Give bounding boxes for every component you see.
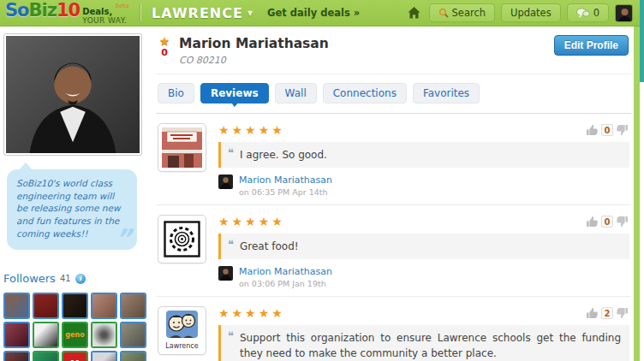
quote-icon: ❝	[228, 239, 234, 254]
thumbnail-label: Lawrence	[162, 342, 202, 350]
thumbs-up-icon[interactable]	[586, 307, 599, 319]
home-icon[interactable]	[407, 6, 421, 20]
city-name: LAWRENCE	[152, 5, 243, 21]
review-text: I agree. So good.	[240, 147, 327, 163]
star-rating: ★★★★★	[218, 123, 629, 137]
follower-avatar[interactable]	[33, 351, 59, 361]
follower-avatar[interactable]	[3, 293, 30, 319]
star-rating: ★★★★★	[218, 215, 629, 228]
logo-biz: Biz	[29, 2, 57, 20]
follower-avatar[interactable]	[91, 293, 117, 319]
header-divider	[140, 4, 141, 21]
follower-avatar[interactable]	[120, 322, 146, 348]
user-avatar[interactable]	[615, 4, 633, 22]
page-title: Marion Mariathasan	[179, 36, 329, 51]
tab-reviews[interactable]: Reviews	[200, 83, 269, 104]
vote-controls: 0	[586, 124, 629, 136]
chevron-down-icon: ▼	[247, 9, 253, 17]
review-item: ★★★★★ ❝ Great food! Marion Mariathasan o…	[156, 205, 631, 297]
follower-avatar[interactable]	[91, 351, 117, 361]
city-selector[interactable]: LAWRENCE ▼	[152, 5, 253, 21]
page-background-edge	[640, 0, 644, 82]
beta-label: beta	[115, 3, 128, 9]
info-icon[interactable]: i	[75, 274, 86, 284]
review-item: ★★★★★ ❝ I agree. So good. Marion Mariath…	[156, 114, 631, 205]
review-text: Support this organization to ensure Lawr…	[240, 330, 621, 361]
review-body: ★★★★★ ❝ I agree. So good. Marion Mariath…	[218, 123, 631, 197]
follower-avatar[interactable]: 10	[62, 351, 88, 361]
follower-avatar[interactable]	[3, 351, 30, 361]
messages-button[interactable]: 0	[567, 3, 609, 22]
messages-count: 0	[593, 7, 599, 19]
follower-avatar[interactable]	[3, 322, 30, 348]
tab-favorites[interactable]: Favorites	[413, 83, 480, 104]
review-quote: ❝ Support this organization to ensure La…	[218, 325, 629, 361]
follower-avatar[interactable]	[91, 322, 117, 348]
follower-avatar[interactable]	[62, 293, 88, 319]
search-button-label: Search	[452, 7, 486, 19]
status-bubble: SoBiz10's world class engineering team w…	[7, 169, 137, 250]
tab-connections[interactable]: Connections	[323, 83, 407, 104]
quote-icon: ❝	[228, 330, 234, 361]
status-bubble-text: SoBiz10's world class engineering team w…	[16, 178, 121, 239]
profile-tabs: Bio Reviews Wall Connections Favorites	[156, 74, 631, 114]
thumbs-down-icon[interactable]	[616, 216, 629, 228]
page: So Biz 10 Deals,beta YOUR WAY. LAWRENCE …	[0, 0, 644, 361]
review-quote: ❝ I agree. So good.	[218, 142, 629, 168]
profile-header: ★ 0 Marion Mariathasan CO 80210 Edit Pro…	[156, 35, 631, 74]
follower-avatar[interactable]	[33, 322, 59, 348]
tab-wall[interactable]: Wall	[275, 83, 317, 104]
logo-so: So	[5, 2, 29, 20]
tagline-your-way: YOUR WAY.	[82, 17, 128, 25]
vote-count: 2	[601, 307, 613, 319]
review-body: ★★★★★ ❝ Support this organization to ens…	[218, 306, 631, 361]
thumbs-up-icon[interactable]	[586, 124, 599, 136]
quote-icon: ❝	[228, 147, 234, 163]
vote-count: 0	[601, 124, 613, 136]
badge-count: 0	[156, 47, 173, 58]
logo-10: 10	[57, 2, 80, 20]
follower-avatar[interactable]: geno	[62, 322, 88, 348]
sobiz10-logo[interactable]: So Biz 10 Deals,beta YOUR WAY.	[5, 2, 128, 25]
content-area: SoBiz10's world class engineering team w…	[0, 27, 634, 361]
review-item: Lawrence ★★★★★ ❝ Support this organizati…	[156, 297, 631, 361]
tab-bio[interactable]: Bio	[158, 83, 194, 104]
top-navigation-bar: So Biz 10 Deals,beta YOUR WAY. LAWRENCE …	[0, 0, 640, 27]
review-thumbnail-bakery[interactable]	[158, 123, 206, 172]
vote-controls: 2	[586, 307, 629, 319]
star-badge-icon: ★	[156, 36, 173, 47]
vote-count: 0	[601, 216, 613, 228]
profile-photo	[3, 33, 142, 156]
author-name-link[interactable]: Marion Mariathasan	[239, 266, 332, 277]
review-author: Marion Mariathasan on 06:35 PM Apr 14th	[218, 175, 629, 197]
followers-header: Followers 41 i	[3, 272, 147, 285]
author-avatar[interactable]	[218, 266, 233, 281]
star-rating: ★★★★★	[218, 306, 629, 320]
author-avatar[interactable]	[218, 175, 233, 189]
review-thumbnail-lawrence[interactable]: Lawrence	[158, 306, 206, 355]
thumbs-down-icon[interactable]	[616, 307, 629, 319]
content-green-border	[634, 27, 640, 361]
follower-avatar[interactable]	[33, 293, 59, 319]
review-thumbnail-logo[interactable]	[158, 215, 206, 263]
author-name-link[interactable]: Marion Mariathasan	[239, 175, 332, 186]
tagline-deals: Deals,	[82, 7, 112, 16]
review-author: Marion Mariathasan on 03:06 PM Jan 19th	[218, 266, 629, 288]
followers-label: Followers	[3, 272, 56, 285]
name-block: Marion Mariathasan CO 80210	[179, 36, 329, 66]
search-button[interactable]: Search	[429, 3, 496, 22]
follower-avatar[interactable]	[120, 293, 146, 319]
followers-grid: geno10	[3, 293, 147, 361]
edit-profile-button[interactable]: Edit Profile	[554, 35, 629, 56]
rank-badge: ★ 0	[156, 36, 173, 66]
thumbs-down-icon[interactable]	[616, 124, 629, 136]
profile-main: ★ 0 Marion Mariathasan CO 80210 Edit Pro…	[147, 27, 634, 361]
follower-avatar[interactable]	[120, 351, 146, 361]
profile-location: CO 80210	[179, 55, 329, 66]
updates-button[interactable]: Updates	[501, 3, 561, 22]
thumbs-up-icon[interactable]	[586, 216, 599, 228]
get-daily-deals-link[interactable]: Get daily deals »	[267, 7, 360, 19]
followers-count: 41	[60, 274, 71, 283]
review-date: on 03:06 PM Jan 19th	[239, 279, 332, 288]
sidebar: SoBiz10's world class engineering team w…	[0, 27, 147, 361]
